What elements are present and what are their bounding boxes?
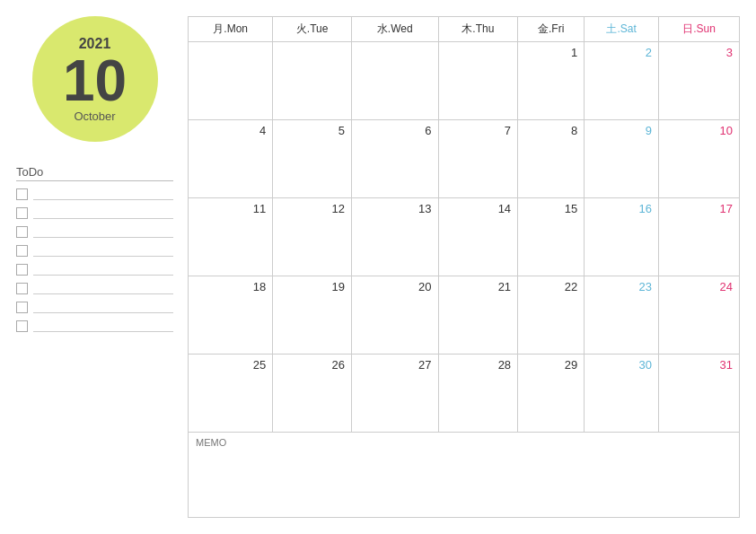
month-circle: 2021 10 October [32, 16, 158, 142]
calendar-cell-w2-d3: 6 [351, 119, 438, 197]
calendar-cell-w4-d3: 20 [351, 276, 438, 354]
calendar-cell-w5-d3: 27 [351, 354, 438, 432]
todo-item-6 [16, 282, 173, 294]
calendar-cell-w4-d6: 23 [585, 276, 659, 354]
calendar-table: 月.Mon 火.Tue 水.Wed 木.Thu 金.Fri 土.Sat 日.Su… [188, 16, 740, 518]
calendar-cell-w4-d5: 22 [518, 276, 585, 354]
calendar-cell-w1-d1 [189, 42, 273, 120]
todo-line-6 [33, 282, 173, 294]
todo-item-4 [16, 244, 173, 257]
calendar-cell-w1-d7: 3 [658, 42, 739, 120]
todo-line-3 [33, 225, 173, 238]
calendar-cell-w3-d7: 17 [658, 197, 739, 276]
todo-item-3 [16, 225, 173, 238]
todo-item-7 [16, 301, 173, 313]
todo-item-5 [16, 263, 173, 276]
month-name: October [74, 109, 115, 123]
todo-checkbox-6[interactable] [16, 283, 28, 294]
calendar-cell-w5-d5: 29 [518, 354, 585, 432]
todo-item-2 [16, 206, 173, 219]
calendar-header-row: 月.Mon 火.Tue 水.Wed 木.Thu 金.Fri 土.Sat 日.Su… [189, 17, 740, 42]
calendar-cell-w1-d6: 2 [585, 42, 659, 120]
calendar-cell-w3-d6: 16 [585, 197, 659, 276]
todo-checkbox-7[interactable] [16, 302, 28, 313]
todo-checkbox-4[interactable] [16, 245, 28, 257]
calendar-week-4: 18192021222324 [189, 276, 740, 354]
todo-line-2 [33, 206, 173, 219]
header-thu: 木.Thu [438, 17, 518, 42]
header-wed: 水.Wed [351, 17, 438, 42]
todo-line-8 [33, 320, 173, 332]
todo-item-8 [16, 320, 173, 332]
calendar-cell-w2-d4: 7 [438, 119, 518, 197]
memo-cell: MEMO [189, 432, 740, 517]
todo-checkbox-8[interactable] [16, 320, 28, 332]
left-panel: 2021 10 October ToDo [16, 16, 173, 518]
header-fri: 金.Fri [518, 17, 585, 42]
calendar-cell-w4-d1: 18 [189, 276, 273, 354]
calendar-cell-w1-d2 [273, 42, 352, 120]
calendar-cell-w2-d5: 8 [518, 119, 585, 197]
calendar-cell-w5-d7: 31 [658, 354, 739, 432]
calendar-cell-w5-d2: 26 [273, 354, 352, 432]
todo-item-1 [16, 188, 173, 200]
calendar-cell-w4-d4: 21 [438, 276, 518, 354]
calendar-week-2: 45678910 [189, 119, 740, 197]
calendar-cell-w1-d4 [438, 42, 518, 120]
calendar-cell-w3-d3: 13 [351, 197, 438, 276]
todo-checkbox-2[interactable] [16, 207, 28, 219]
calendar-cell-w2-d7: 10 [658, 119, 739, 197]
todo-title: ToDo [16, 165, 173, 181]
calendar-cell-w5-d4: 28 [438, 354, 518, 432]
calendar-cell-w4-d2: 19 [273, 276, 352, 354]
header-sun: 日.Sun [658, 17, 739, 42]
month-number: 10 [63, 52, 127, 109]
calendar-cell-w3-d5: 15 [518, 197, 585, 276]
calendar-week-5: 25262728293031 [189, 354, 740, 432]
calendar-cell-w3-d2: 12 [273, 197, 352, 276]
calendar-cell-w2-d2: 5 [273, 119, 352, 197]
page: 2021 10 October ToDo [0, 0, 756, 534]
header-sat: 土.Sat [585, 17, 659, 42]
calendar-cell-w3-d1: 11 [189, 197, 273, 276]
calendar-cell-w3-d4: 14 [438, 197, 518, 276]
todo-line-7 [33, 301, 173, 313]
todo-checkbox-1[interactable] [16, 188, 28, 200]
todo-line-5 [33, 263, 173, 276]
calendar-cell-w4-d7: 24 [658, 276, 739, 354]
calendar-section: 月.Mon 火.Tue 水.Wed 木.Thu 金.Fri 土.Sat 日.Su… [188, 16, 740, 518]
todo-line-1 [33, 188, 173, 200]
todo-checkbox-3[interactable] [16, 226, 28, 238]
calendar-week-1: 123 [189, 42, 740, 120]
todo-line-4 [33, 244, 173, 257]
todo-checkbox-5[interactable] [16, 264, 28, 276]
todo-section: ToDo [16, 165, 173, 332]
calendar-cell-w1-d3 [351, 42, 438, 120]
calendar-cell-w5-d6: 30 [585, 354, 659, 432]
calendar-cell-w5-d1: 25 [189, 354, 273, 432]
calendar-cell-w2-d6: 9 [585, 119, 659, 197]
calendar-cell-w1-d5: 1 [518, 42, 585, 120]
memo-row: MEMO [189, 432, 740, 517]
header-tue: 火.Tue [273, 17, 352, 42]
calendar-cell-w2-d1: 4 [189, 119, 273, 197]
calendar-week-3: 11121314151617 [189, 197, 740, 276]
header-mon: 月.Mon [189, 17, 273, 42]
